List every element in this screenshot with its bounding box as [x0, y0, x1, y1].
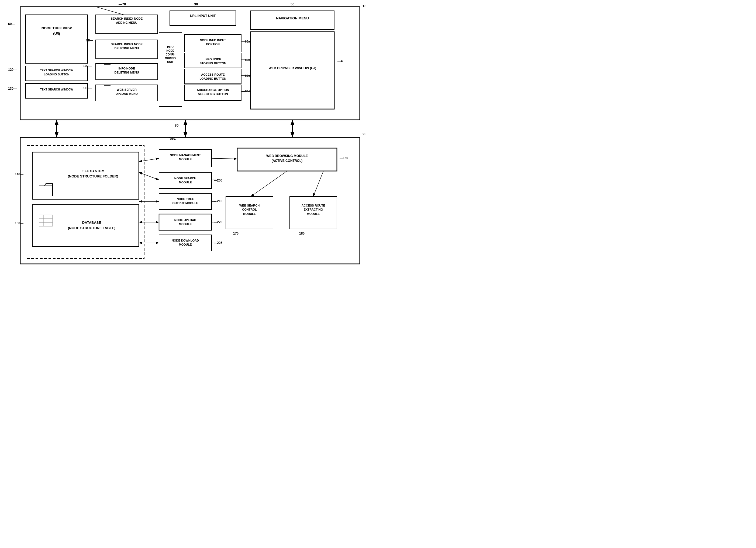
navigation-menu-label: NAVIGATION MENU — [251, 16, 333, 20]
add-change-option-label: ADD/CHANGE OPTIONSELECTING BUTTON — [185, 88, 240, 96]
ref-80: 80 — [175, 123, 178, 127]
ref-190: 190 — [170, 137, 175, 141]
node-search-label: NODE SEARCHMODULE — [160, 176, 211, 185]
node-tree-view-label: NODE TREE VIEW(U/I) — [27, 26, 86, 36]
ref-80b: —80b — [242, 58, 250, 61]
svg-line-40 — [139, 158, 159, 162]
ref-210: —210 — [214, 199, 222, 203]
ref-150: 150— — [15, 221, 23, 225]
database-label: DATABASE(NODE STRUCTURE TABLE) — [53, 220, 131, 231]
svg-rect-58 — [39, 215, 53, 226]
ref-30: 30 — [194, 2, 198, 6]
search-index-deleting-label: SEARCH INDEX NODEDELETING MENU — [96, 42, 157, 51]
ref-220: —220 — [214, 220, 222, 224]
svg-rect-3 — [26, 15, 88, 63]
node-download-label: NODE DOWNLOADMODULE — [160, 239, 211, 247]
ref-10: 10 — [363, 4, 366, 8]
ref-225: —225 — [214, 241, 222, 245]
svg-rect-13 — [170, 11, 236, 26]
ref-140: 140— — [15, 172, 23, 176]
ref-120: 120— — [8, 68, 17, 72]
ref-60: 60— — [8, 22, 15, 26]
svg-line-46 — [251, 171, 287, 197]
search-index-adding-label: SEARCH INDEX NODEADDING MENU — [96, 17, 157, 25]
ref-100: 100— — [83, 64, 92, 68]
svg-line-45 — [212, 158, 237, 159]
svg-line-47 — [313, 171, 323, 197]
url-input-unit-label: URL INPUT UNIT — [171, 14, 235, 18]
info-node-deleting-label: INFO NODEDELETING MENU — [96, 67, 157, 75]
text-search-window-label: TEXT SEARCH WINDOW — [26, 88, 87, 92]
access-route-extracting-label: ACCESS ROUTEEXTRACTINGMODULE — [291, 204, 336, 216]
node-management-label: NODE MANAGEMENTMODULE — [160, 153, 211, 162]
web-browsing-label: WEB BROWSING MODULE(ACTIVE CONTROL) — [238, 154, 336, 163]
svg-rect-14 — [251, 11, 334, 30]
svg-rect-15 — [159, 32, 182, 106]
ref-130: 130— — [8, 87, 17, 91]
web-server-upload-label: WEB SERVERUPLOAD MENU — [96, 88, 157, 96]
svg-line-5 — [96, 7, 124, 15]
ref-70: —70 — [119, 2, 126, 6]
node-tree-output-label: NODE TREEOUTPUT MODULE — [160, 197, 211, 206]
ref-40: —40 — [337, 59, 344, 63]
file-system-label: FILE SYSTEM(NODE STRUCTURE FOLDER) — [54, 168, 132, 179]
ref-170: 170 — [233, 232, 239, 236]
info-node-configuring-label: INFONODECONFI-GURINGUNIT — [160, 45, 181, 64]
info-node-storing-label: INFO NODESTORING BUTTON — [185, 57, 240, 66]
system-diagram: NODE TREE VIEW(U/I) SEARCH INDEX NODEADD… — [0, 0, 377, 275]
node-info-input-label: NODE INFO INPUTPORTION — [185, 38, 240, 47]
svg-line-41 — [139, 172, 159, 180]
ref-80a: —80a — [242, 40, 250, 43]
ref-160: —160 — [340, 156, 348, 160]
ref-20: 20 — [363, 132, 366, 136]
svg-marker-57 — [39, 184, 53, 186]
ref-200: —200 — [214, 179, 222, 182]
web-browser-window-right-label: WEB BROWSER WINDOW (U/I) — [252, 66, 333, 71]
web-search-control-label: WEB SEARCHCONTROLMODULE — [227, 204, 272, 216]
ref-90: 90— — [86, 39, 93, 42]
node-upload-label: NODE UPLOADMODULE — [160, 218, 211, 227]
ref-180: 180 — [299, 232, 305, 236]
svg-rect-29 — [27, 146, 144, 259]
svg-rect-56 — [39, 186, 53, 196]
access-route-loading-label: ACCESS ROUTELOADING BUTTON — [185, 73, 240, 81]
text-search-loading-label: TEXT SEARCH WINDOWLOADING BUTTON — [26, 68, 87, 76]
ref-80c: —80c — [242, 74, 250, 77]
ref-50: 50 — [291, 2, 294, 6]
ref-80d: —80d — [242, 90, 250, 93]
